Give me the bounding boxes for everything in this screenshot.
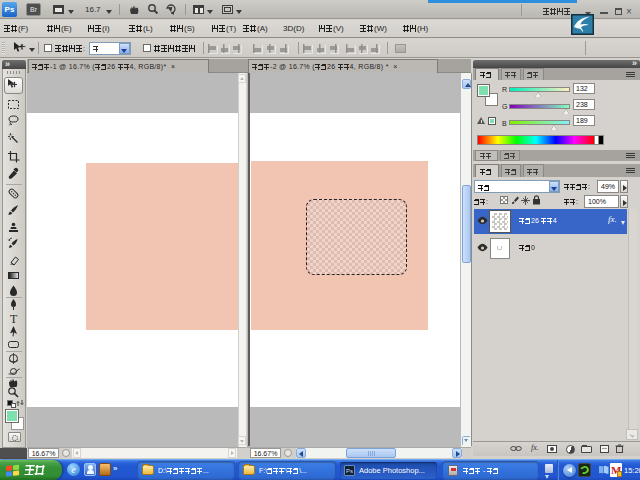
svg-text:T: T: [10, 312, 18, 325]
